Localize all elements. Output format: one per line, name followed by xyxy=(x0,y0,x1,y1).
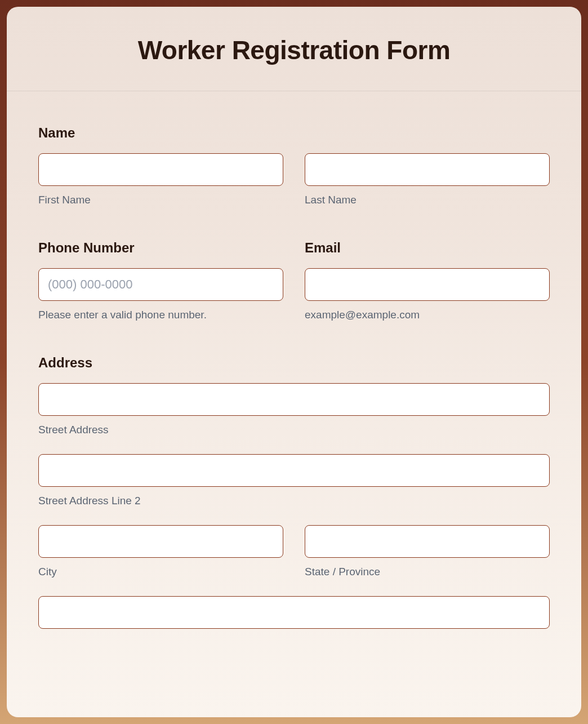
first-name-col: First Name xyxy=(38,153,283,206)
form-body: Name First Name Last Name Phone Number P… xyxy=(7,91,581,685)
first-name-input[interactable] xyxy=(38,153,283,186)
name-section: Name First Name Last Name xyxy=(38,125,550,206)
street-sublabel: Street Address xyxy=(38,424,550,436)
phone-sublabel: Please enter a valid phone number. xyxy=(38,309,283,321)
state-sublabel: State / Province xyxy=(305,566,550,578)
email-col: Email example@example.com xyxy=(305,240,550,321)
last-name-sublabel: Last Name xyxy=(305,194,550,206)
name-row: First Name Last Name xyxy=(38,153,550,206)
city-state-row: City State / Province xyxy=(38,525,550,578)
form-card: Worker Registration Form Name First Name… xyxy=(7,7,581,717)
last-name-input[interactable] xyxy=(305,153,550,186)
first-name-sublabel: First Name xyxy=(38,194,283,206)
street-row: Street Address xyxy=(38,383,550,436)
address-label: Address xyxy=(38,355,550,371)
state-input[interactable] xyxy=(305,525,550,558)
contact-section: Phone Number Please enter a valid phone … xyxy=(38,240,550,321)
street-input[interactable] xyxy=(38,383,550,416)
state-col: State / Province xyxy=(305,525,550,578)
last-name-col: Last Name xyxy=(305,153,550,206)
name-label: Name xyxy=(38,125,550,141)
address-section: Address Street Address Street Address Li… xyxy=(38,355,550,629)
email-input[interactable] xyxy=(305,268,550,301)
form-title: Worker Registration Form xyxy=(18,35,570,65)
email-sublabel: example@example.com xyxy=(305,309,550,321)
street2-sublabel: Street Address Line 2 xyxy=(38,495,550,507)
form-header: Worker Registration Form xyxy=(7,7,581,91)
city-col: City xyxy=(38,525,283,578)
phone-col: Phone Number Please enter a valid phone … xyxy=(38,240,283,321)
zip-row xyxy=(38,596,550,629)
city-input[interactable] xyxy=(38,525,283,558)
zip-input[interactable] xyxy=(38,596,550,629)
street2-row: Street Address Line 2 xyxy=(38,454,550,507)
contact-row: Phone Number Please enter a valid phone … xyxy=(38,240,550,321)
street2-input[interactable] xyxy=(38,454,550,487)
email-label: Email xyxy=(305,240,550,256)
phone-input[interactable] xyxy=(38,268,283,301)
phone-label: Phone Number xyxy=(38,240,283,256)
city-sublabel: City xyxy=(38,566,283,578)
